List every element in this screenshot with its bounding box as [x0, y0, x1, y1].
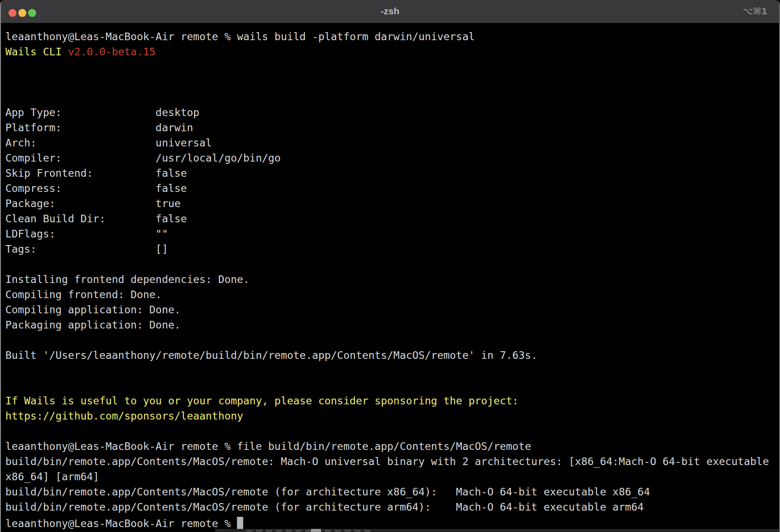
background-window-text-fragment: [246, 530, 371, 532]
terminal-line: build/bin/remote.app/Contents/MacOS/remo…: [5, 499, 777, 515]
terminal-window: -zsh ⌥⌘1 leaanthony@Leas-MacBook-Air rem…: [0, 0, 780, 532]
terminal-output[interactable]: leaanthony@Leas-MacBook-Air remote % wai…: [1, 23, 779, 530]
terminal-line: leaanthony@Leas-MacBook-Air remote % fil…: [5, 439, 777, 454]
terminal-line: build/bin/remote.app/Contents/MacOS/remo…: [5, 454, 777, 469]
background-window-block-fragment: [311, 529, 321, 532]
terminal-line: build/bin/remote.app/Contents/MacOS/remo…: [5, 484, 777, 499]
window-title: -zsh: [1, 0, 779, 23]
terminal-line: Clean Build Dir: false: [5, 211, 777, 226]
terminal-line: [5, 75, 777, 90]
terminal-line: Tags: []: [5, 241, 777, 257]
terminal-cursor: [237, 517, 243, 529]
zoom-button[interactable]: [28, 9, 36, 17]
terminal-line: LDFlags: "": [5, 226, 777, 241]
terminal-line: [5, 257, 777, 272]
terminal-line: [5, 378, 777, 393]
terminal-line: [5, 59, 777, 75]
terminal-line: Compress: false: [5, 181, 777, 196]
traffic-lights: [8, 9, 36, 17]
terminal-line: [5, 90, 777, 105]
terminal-line: Compiling application: Done.: [5, 302, 777, 317]
minimize-button[interactable]: [18, 9, 26, 17]
terminal-line: Skip Frontend: false: [5, 166, 777, 181]
terminal-line: Compiling frontend: Done.: [5, 287, 777, 302]
terminal-line: Installing frontend dependencies: Done.: [5, 272, 777, 287]
terminal-line: leaanthony@Leas-MacBook-Air remote %: [5, 515, 777, 530]
terminal-line: x86_64] [arm64]: [5, 469, 777, 484]
terminal-line: If Wails is useful to you or your compan…: [5, 393, 777, 408]
terminal-line: Built '/Users/leaanthony/remote/build/bi…: [5, 348, 777, 363]
close-button[interactable]: [8, 9, 17, 17]
terminal-line: [5, 363, 777, 378]
title-bar[interactable]: -zsh ⌥⌘1: [1, 0, 779, 23]
terminal-line: Wails CLI v2.0.0-beta.15: [5, 44, 777, 59]
terminal-line: [5, 424, 777, 439]
terminal-line: https://github.com/sponsors/leaanthony: [5, 408, 777, 424]
terminal-line: Compiler: /usr/local/go/bin/go: [5, 150, 777, 166]
terminal-line: leaanthony@Leas-MacBook-Air remote % wai…: [5, 29, 777, 44]
terminal-line: App Type: desktop: [5, 105, 777, 120]
terminal-line: Platform: darwin: [5, 120, 777, 135]
terminal-line: Packaging application: Done.: [5, 317, 777, 332]
window-shortcut-badge: ⌥⌘1: [743, 0, 768, 23]
background-window-sliver: [215, 529, 779, 532]
terminal-line: Package: true: [5, 196, 777, 211]
terminal-line: Arch: universal: [5, 135, 777, 150]
terminal-line: [5, 332, 777, 348]
